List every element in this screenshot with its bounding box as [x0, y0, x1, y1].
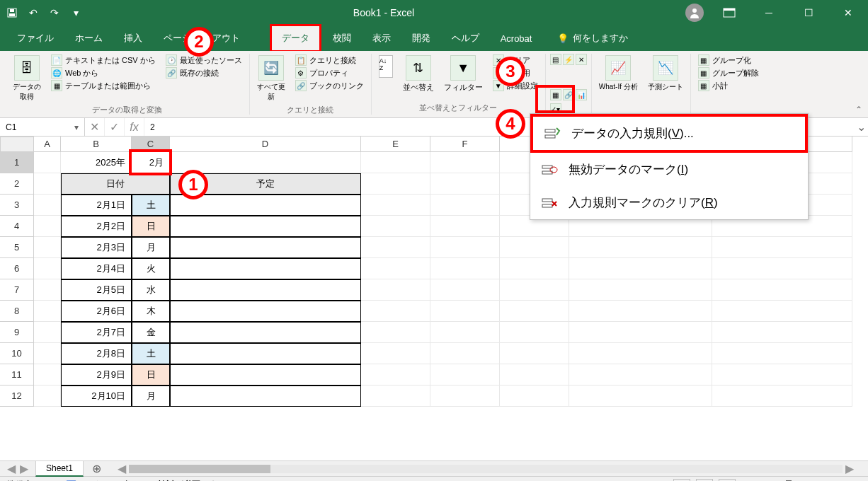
cell[interactable] [361, 152, 430, 173]
normal-view-button[interactable]: ▦ [673, 479, 690, 482]
cell[interactable] [361, 173, 430, 195]
cell[interactable]: 月 [132, 386, 170, 407]
cell[interactable]: 2月2日 [61, 216, 132, 237]
formula-expand-icon[interactable]: ⌄ [854, 120, 868, 134]
cell[interactable] [34, 237, 61, 258]
col-header-f[interactable]: F [430, 137, 500, 152]
add-sheet-button[interactable]: ⊕ [89, 462, 103, 476]
fx-icon[interactable]: fx [125, 118, 144, 136]
row-header[interactable]: 4 [0, 216, 34, 237]
cell[interactable] [34, 173, 61, 195]
cell[interactable]: 2月3日 [61, 237, 132, 258]
sort-az-button[interactable]: A↓Z [376, 54, 396, 79]
cell[interactable]: 月 [132, 237, 170, 258]
tab-developer[interactable]: 開発 [402, 26, 440, 50]
cell[interactable] [361, 301, 430, 322]
cell[interactable] [361, 237, 430, 258]
data-validation-menuitem[interactable]: データの入力規則(V)... [530, 114, 808, 153]
refresh-all-button[interactable]: 🔄 すべて更新 [254, 54, 288, 103]
cell[interactable] [569, 343, 712, 364]
whatif-button[interactable]: 📈 What-If 分析 [596, 54, 641, 93]
cell-c1-selected[interactable]: 2月 [132, 152, 170, 173]
page-layout-view-button[interactable]: ▤ [696, 479, 713, 482]
cell[interactable] [500, 386, 569, 407]
cell[interactable] [500, 322, 569, 343]
tell-me-search[interactable]: 💡 何をしますか [557, 32, 628, 45]
tab-home[interactable]: ホーム [65, 26, 113, 50]
minimize-button[interactable]: ─ [755, 0, 783, 25]
cell[interactable] [712, 301, 852, 322]
cell[interactable] [34, 152, 61, 173]
cell[interactable] [569, 258, 712, 279]
cell[interactable]: 土 [132, 195, 170, 216]
scroll-track[interactable] [129, 465, 843, 473]
cell[interactable] [430, 152, 500, 173]
sheet-tab-1[interactable]: Sheet1 [35, 460, 84, 477]
from-web-button[interactable]: 🌐Web から [48, 66, 159, 79]
cell[interactable]: 2025年 [61, 152, 132, 173]
row-header[interactable]: 9 [0, 322, 34, 343]
cell[interactable] [430, 343, 500, 364]
cell[interactable]: 2月6日 [61, 301, 132, 322]
cell[interactable] [34, 258, 61, 279]
name-box-dropdown-icon[interactable]: ▾ [74, 122, 79, 132]
cell[interactable] [712, 237, 852, 258]
cell[interactable]: 日 [132, 216, 170, 237]
subtotal-button[interactable]: ▦小計 [695, 79, 762, 92]
cell[interactable] [34, 279, 61, 301]
cell[interactable] [361, 279, 430, 301]
cell[interactable]: 木 [132, 301, 170, 322]
cell[interactable]: 日 [132, 364, 170, 386]
cancel-formula-icon[interactable]: ✕ [85, 118, 105, 136]
existing-conn-button[interactable]: 🔗既存の接続 [163, 66, 245, 79]
data-model-icon[interactable]: 📊 [576, 89, 587, 100]
cell[interactable] [569, 364, 712, 386]
scroll-right-icon[interactable]: ▶ [845, 462, 854, 475]
tab-view[interactable]: 表示 [362, 26, 401, 50]
sort-button[interactable]: ⇅ 並べ替え [400, 54, 437, 94]
cell[interactable] [361, 216, 430, 237]
tab-file[interactable]: ファイル [7, 26, 64, 50]
cell[interactable] [170, 258, 361, 279]
ribbon-collapse-icon[interactable]: ⌃ [855, 105, 862, 115]
row-header[interactable]: 8 [0, 301, 34, 322]
cell[interactable] [430, 322, 500, 343]
cell[interactable]: 2月9日 [61, 364, 132, 386]
cell[interactable] [569, 279, 712, 301]
close-button[interactable]: ✕ [834, 0, 862, 25]
cell[interactable] [500, 279, 569, 301]
cell[interactable] [430, 279, 500, 301]
cell[interactable] [712, 343, 852, 364]
col-header-b[interactable]: B [61, 137, 132, 152]
cell[interactable]: 金 [132, 322, 170, 343]
forecast-button[interactable]: 📉 予測シート [645, 54, 686, 93]
row-header[interactable]: 5 [0, 237, 34, 258]
cell[interactable] [500, 237, 569, 258]
cell[interactable] [430, 173, 500, 195]
cell[interactable] [34, 364, 61, 386]
cell[interactable] [34, 343, 61, 364]
cell[interactable] [712, 279, 852, 301]
tab-help[interactable]: ヘルプ [442, 26, 489, 50]
cell[interactable] [34, 195, 61, 216]
tab-acrobat[interactable]: Acrobat [491, 28, 542, 50]
name-box[interactable]: C1 ▾ [0, 118, 85, 136]
cell[interactable]: 2月8日 [61, 343, 132, 364]
cell[interactable] [34, 386, 61, 407]
cell[interactable] [500, 301, 569, 322]
cell[interactable] [170, 279, 361, 301]
cell[interactable] [34, 322, 61, 343]
cell[interactable] [170, 386, 361, 407]
circle-invalid-menuitem[interactable]: 無効データのマーク(I) [530, 153, 808, 186]
col-header-d[interactable]: D [170, 137, 361, 152]
cell[interactable] [569, 386, 712, 407]
cell[interactable] [361, 343, 430, 364]
from-table-button[interactable]: ▦テーブルまたは範囲から [48, 79, 159, 92]
cell[interactable] [500, 258, 569, 279]
cell[interactable]: 火 [132, 258, 170, 279]
text-to-cols-icon[interactable]: ▤ [550, 54, 561, 65]
col-header-a[interactable]: A [34, 137, 61, 152]
maximize-button[interactable]: ☐ [794, 0, 823, 25]
col-header-e[interactable]: E [361, 137, 430, 152]
row-header[interactable]: 7 [0, 279, 34, 301]
